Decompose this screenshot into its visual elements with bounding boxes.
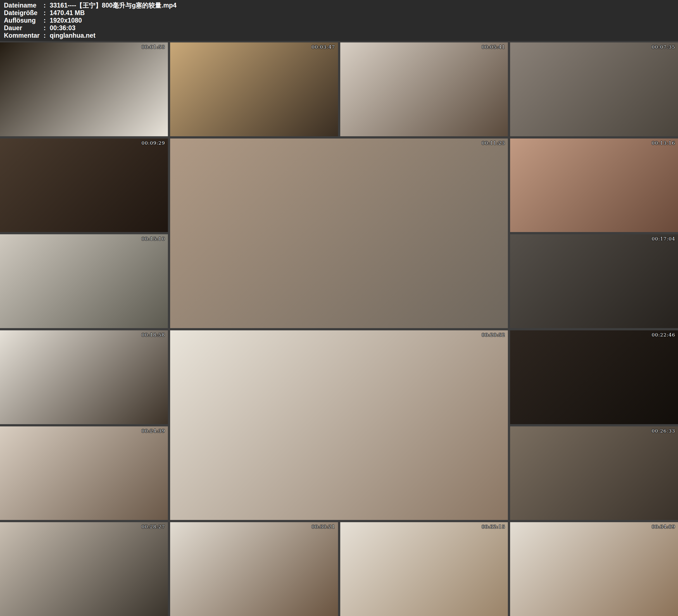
video-thumbnail: 00:03:47 <box>170 42 338 136</box>
video-thumbnail: 00:05:41 <box>340 42 508 136</box>
meta-row-duration: Dauer : 00:36:03 <box>4 24 678 32</box>
timestamp-overlay: 00:30:21 <box>311 524 335 530</box>
filename-label: Dateiname <box>4 2 44 9</box>
separator-colon: : <box>44 32 50 39</box>
thumbnail-grid: 00:01:53 00:03:47 00:05:41 00:07:35 00:0… <box>0 42 678 616</box>
timestamp-overlay: 00:03:47 <box>311 44 335 50</box>
separator-colon: : <box>44 9 50 17</box>
filename-value: 33161----【王宁】800毫升与g塞的较量.mp4 <box>50 2 678 9</box>
resolution-value: 1920x1080 <box>50 17 678 24</box>
timestamp-overlay: 00:22:46 <box>652 332 675 338</box>
video-thumbnail: 00:32:15 <box>340 522 508 616</box>
video-thumbnail: 00:30:21 <box>170 522 338 616</box>
video-thumbnail: 00:13:16 <box>510 139 678 232</box>
file-metadata-header: Dateiname : 33161----【王宁】800毫升与g塞的较量.mp4… <box>0 0 678 41</box>
separator-colon: : <box>44 2 50 9</box>
timestamp-overlay: 00:26:33 <box>652 428 675 434</box>
timestamp-overlay: 00:34:09 <box>652 524 675 530</box>
meta-row-filename: Dateiname : 33161----【王宁】800毫升与g塞的较量.mp4 <box>4 2 678 9</box>
video-thumbnail: 00:09:29 <box>0 139 168 232</box>
meta-row-filesize: Dateigröße : 1470.41 MB <box>4 9 678 17</box>
meta-row-comment: Kommentar : qinglanhua.net <box>4 32 678 39</box>
duration-value: 00:36:03 <box>50 24 678 32</box>
video-thumbnail: 00:17:04 <box>510 234 678 328</box>
timestamp-overlay: 00:05:41 <box>482 44 505 50</box>
comment-value: qinglanhua.net <box>50 32 678 39</box>
timestamp-overlay: 00:32:15 <box>482 524 505 530</box>
timestamp-overlay: 00:18:58 <box>141 332 165 338</box>
timestamp-overlay: 00:20:52 <box>482 332 505 338</box>
video-thumbnail: 00:01:53 <box>0 42 168 136</box>
video-thumbnail: 00:18:58 <box>0 330 168 424</box>
timestamp-overlay: 00:01:53 <box>141 44 165 50</box>
filesize-value: 1470.41 MB <box>50 9 678 17</box>
timestamp-overlay: 00:17:04 <box>652 236 675 241</box>
video-thumbnail-large: 00:11:23 <box>170 139 508 328</box>
separator-colon: : <box>44 17 50 24</box>
timestamp-overlay: 00:28:27 <box>141 524 165 530</box>
timestamp-overlay: 00:07:35 <box>652 44 675 50</box>
video-thumbnail: 00:24:39 <box>0 426 168 520</box>
video-thumbnail-large: 00:20:52 <box>170 330 508 520</box>
filesize-label: Dateigröße <box>4 9 44 17</box>
video-thumbnail: 00:15:10 <box>0 234 168 328</box>
timestamp-overlay: 00:11:23 <box>482 140 505 146</box>
timestamp-overlay: 00:13:16 <box>652 140 675 146</box>
video-thumbnail: 00:28:27 <box>0 522 168 616</box>
meta-row-resolution: Auflösung : 1920x1080 <box>4 17 678 24</box>
contact-sheet-page: Dateiname : 33161----【王宁】800毫升与g塞的较量.mp4… <box>0 0 678 616</box>
timestamp-overlay: 00:15:10 <box>141 236 165 241</box>
duration-label: Dauer <box>4 24 44 32</box>
video-thumbnail: 00:34:09 <box>510 522 678 616</box>
comment-label: Kommentar <box>4 32 44 39</box>
timestamp-overlay: 00:09:29 <box>141 140 165 146</box>
separator-colon: : <box>44 24 50 32</box>
timestamp-overlay: 00:24:39 <box>141 428 165 434</box>
video-thumbnail: 00:22:46 <box>510 330 678 424</box>
video-thumbnail: 00:07:35 <box>510 42 678 136</box>
resolution-label: Auflösung <box>4 17 44 24</box>
video-thumbnail: 00:26:33 <box>510 426 678 520</box>
